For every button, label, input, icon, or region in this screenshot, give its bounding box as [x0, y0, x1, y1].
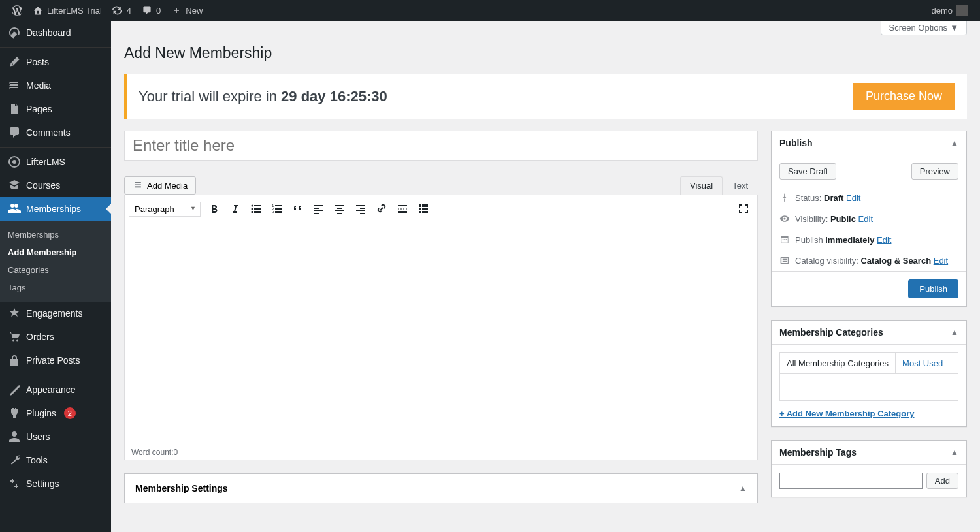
svg-rect-39 — [781, 257, 788, 264]
publish-box: Publish ▲ Save Draft Preview Status: Dra… — [771, 131, 967, 307]
svg-point-3 — [252, 205, 253, 207]
menu-plugins[interactable]: Plugins2 — [0, 401, 111, 425]
add-new-category-link[interactable]: + Add New Membership Category — [779, 409, 958, 418]
svg-rect-10 — [275, 205, 282, 206]
svg-rect-15 — [314, 205, 323, 206]
menu-comments[interactable]: Comments — [0, 121, 111, 144]
settings-toggle[interactable]: ▲ — [739, 484, 747, 493]
svg-rect-28 — [398, 208, 407, 210]
menu-private-posts[interactable]: Private Posts — [0, 349, 111, 372]
svg-rect-23 — [356, 205, 365, 206]
title-input[interactable] — [124, 131, 758, 161]
bullet-list-button[interactable] — [246, 199, 266, 219]
site-title: LifterLMS Trial — [47, 6, 102, 16]
catalog-row: Catalog visibility: Catalog & Search Edi… — [779, 250, 958, 271]
svg-rect-14 — [275, 211, 282, 213]
publish-title: Publish — [779, 138, 813, 148]
categories-toggle[interactable]: ▲ — [951, 328, 958, 337]
svg-rect-25 — [356, 210, 365, 211]
wp-logo[interactable] — [7, 0, 27, 21]
publish-toggle[interactable]: ▲ — [951, 138, 958, 148]
svg-rect-0 — [956, 5, 968, 16]
menu-tools[interactable]: Tools — [0, 448, 111, 472]
add-tag-button[interactable]: Add — [926, 473, 958, 489]
numbered-list-button[interactable]: 123 — [267, 199, 287, 219]
edit-catalog-link[interactable]: Edit — [934, 256, 948, 266]
tags-box: Membership Tags ▲ Add — [771, 440, 967, 497]
tags-title: Membership Tags — [779, 447, 857, 458]
categories-box: Membership Categories ▲ All Membership C… — [771, 320, 967, 427]
blockquote-button[interactable] — [288, 199, 308, 219]
menu-users[interactable]: Users — [0, 425, 111, 448]
tags-toggle[interactable]: ▲ — [951, 448, 958, 457]
updates-link[interactable]: 4 — [107, 0, 137, 21]
menu-posts[interactable]: Posts — [0, 47, 111, 74]
editor-tab-text[interactable]: Text — [723, 176, 758, 195]
svg-point-5 — [252, 208, 253, 210]
preview-button[interactable]: Preview — [911, 163, 958, 180]
align-right-button[interactable] — [351, 199, 370, 219]
page-title: Add New Membership — [124, 35, 967, 65]
paragraph-select[interactable]: Paragraph — [129, 202, 201, 217]
purchase-now-button[interactable]: Purchase Now — [853, 83, 955, 110]
editor-toolbar: Paragraph 123 — [124, 195, 758, 223]
link-button[interactable] — [372, 199, 391, 219]
align-left-button[interactable] — [309, 199, 329, 219]
menu-dashboard[interactable]: Dashboard — [0, 21, 111, 44]
menu-lifterlms[interactable]: LifterLMS — [0, 147, 111, 174]
comments-link[interactable]: 0 — [137, 0, 166, 21]
menu-media[interactable]: Media — [0, 74, 111, 97]
categories-list[interactable] — [779, 373, 958, 401]
add-media-button[interactable]: Add Media — [124, 176, 196, 195]
screen-options-toggle[interactable]: Screen Options▼ — [881, 21, 967, 35]
submenu-categories[interactable]: Categories — [0, 261, 111, 279]
menu-settings[interactable]: Settings — [0, 472, 111, 495]
edit-visibility-link[interactable]: Edit — [858, 214, 873, 224]
user-account-link[interactable]: demo — [926, 0, 973, 21]
svg-text:3: 3 — [272, 210, 274, 214]
editor-statusbar: Word count: 0 — [124, 445, 758, 460]
username: demo — [931, 6, 953, 16]
edit-status-link[interactable]: Edit — [846, 193, 860, 203]
svg-rect-38 — [425, 211, 428, 213]
submenu-memberships[interactable]: Memberships — [0, 226, 111, 243]
svg-rect-34 — [422, 208, 425, 210]
svg-rect-8 — [254, 211, 261, 213]
svg-point-7 — [252, 211, 253, 213]
svg-rect-40 — [783, 259, 787, 260]
svg-point-2 — [12, 160, 16, 164]
admin-sidebar: Dashboard Posts Media Pages Comments Lif… — [0, 21, 111, 532]
submenu-add-membership[interactable]: Add Membership — [0, 243, 111, 261]
svg-rect-36 — [419, 211, 421, 213]
menu-engagements[interactable]: Engagements — [0, 302, 111, 325]
editor-tab-visual[interactable]: Visual — [680, 176, 723, 195]
publish-button[interactable]: Publish — [908, 279, 958, 298]
toolbar-toggle-button[interactable] — [414, 199, 433, 219]
menu-appearance[interactable]: Appearance — [0, 375, 111, 401]
align-center-button[interactable] — [330, 199, 350, 219]
menu-memberships[interactable]: Memberships — [0, 197, 111, 221]
svg-rect-30 — [419, 204, 421, 207]
site-name-link[interactable]: LifterLMS Trial — [27, 0, 107, 21]
editor-canvas[interactable] — [124, 223, 758, 445]
svg-rect-31 — [422, 204, 425, 207]
svg-rect-19 — [335, 205, 344, 206]
readmore-button[interactable] — [393, 199, 412, 219]
italic-button[interactable] — [225, 199, 245, 219]
svg-rect-24 — [360, 208, 365, 209]
tags-input[interactable] — [779, 473, 923, 489]
categories-tab-all[interactable]: All Membership Categories — [780, 353, 896, 373]
save-draft-button[interactable]: Save Draft — [779, 163, 836, 180]
new-content-link[interactable]: New — [166, 0, 208, 21]
submenu-tags[interactable]: Tags — [0, 279, 111, 296]
svg-rect-27 — [398, 205, 407, 206]
menu-orders[interactable]: Orders — [0, 325, 111, 349]
fullscreen-button[interactable] — [734, 199, 753, 219]
svg-rect-29 — [398, 211, 407, 213]
categories-tab-used[interactable]: Most Used — [896, 353, 949, 373]
edit-schedule-link[interactable]: Edit — [877, 235, 891, 245]
bold-button[interactable] — [204, 199, 224, 219]
membership-settings-box: Membership Settings ▲ — [124, 473, 758, 503]
menu-courses[interactable]: Courses — [0, 174, 111, 197]
menu-pages[interactable]: Pages — [0, 97, 111, 121]
